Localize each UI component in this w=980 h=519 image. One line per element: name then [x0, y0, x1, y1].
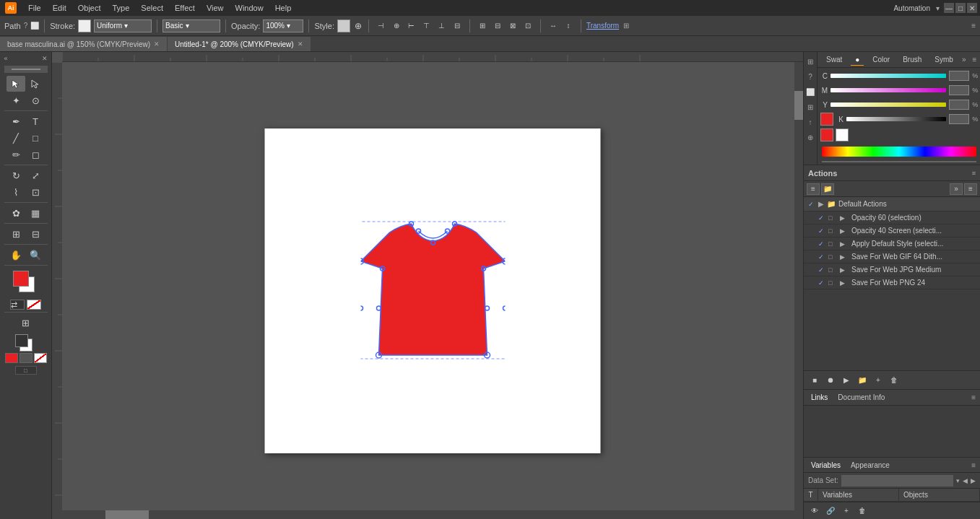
selection-tool[interactable] — [6, 76, 25, 92]
slice-tool[interactable]: ⊟ — [26, 226, 45, 242]
y-value[interactable] — [949, 100, 969, 110]
magic-wand-tool[interactable]: ✦ — [6, 92, 25, 108]
dist-a-icon[interactable]: ⊠ — [506, 19, 520, 32]
panel-expand-icon[interactable]: » — [962, 56, 966, 64]
vscroll-thumb[interactable] — [794, 91, 803, 120]
zoom-tool[interactable]: 🔍 — [26, 247, 45, 263]
tab-close-1[interactable]: ✕ — [154, 40, 160, 48]
dataset-input[interactable] — [841, 475, 953, 487]
artboard-tool[interactable]: ⊞ — [6, 226, 25, 242]
menu-file[interactable]: File — [23, 2, 46, 14]
screen-mode-btn[interactable]: □ — [15, 366, 37, 375]
c-value[interactable] — [949, 71, 969, 81]
foreground-color-swatch[interactable] — [13, 271, 29, 287]
action-item-1[interactable]: ✓ □ ▶ Opacity 60 (selection) — [804, 211, 980, 224]
tab-links[interactable]: Links — [808, 392, 831, 403]
color-gradient-bar[interactable] — [822, 147, 976, 157]
fill-swatch-small[interactable] — [5, 353, 18, 363]
menu-type[interactable]: Type — [108, 2, 135, 14]
action-item-3[interactable]: ✓ □ ▶ Apply Default Style (selecti... — [804, 237, 980, 250]
align-center-v-icon[interactable]: ⊥ — [435, 19, 449, 32]
toolbar-options[interactable]: ≡ — [971, 22, 976, 30]
rotate-tool[interactable]: ↻ — [6, 167, 25, 183]
action-item-4[interactable]: ✓ □ ▶ Save For Web GIF 64 Dith... — [804, 250, 980, 263]
c-slider[interactable] — [831, 74, 946, 78]
m-slider[interactable] — [831, 88, 946, 92]
tab-close-2[interactable]: ✕ — [298, 40, 303, 48]
free-transform-tool[interactable]: ⊡ — [26, 184, 45, 200]
actions-menu-icon[interactable]: ≡ — [972, 170, 976, 177]
opacity-dropdown[interactable]: 100%▾ — [263, 19, 303, 32]
swatch-white[interactable] — [836, 128, 849, 141]
dist-h-icon[interactable]: ⊞ — [475, 19, 490, 32]
lasso-tool[interactable]: ⊙ — [26, 92, 45, 108]
var-link-btn[interactable]: 🔗 — [824, 505, 837, 517]
act-folder-icon[interactable]: 📁 — [821, 183, 834, 195]
type-tool[interactable]: T — [26, 113, 45, 129]
next-dataset[interactable]: ▶ — [971, 477, 976, 484]
none-swatch-small[interactable] — [34, 353, 47, 363]
play-6[interactable]: ▶ — [840, 279, 849, 287]
flip-h-icon[interactable]: ↔ — [546, 19, 560, 32]
act-menu-btn[interactable]: ≡ — [964, 183, 977, 195]
act-expand-all[interactable]: ≡ — [807, 183, 820, 195]
pen-tool[interactable]: ✒ — [6, 113, 25, 129]
m-value[interactable] — [949, 85, 969, 95]
stroke-type-dropdown[interactable]: Uniform▾ — [94, 19, 152, 32]
menu-edit[interactable]: Edit — [48, 2, 71, 14]
swatch-red[interactable] — [820, 128, 833, 141]
bottom-panel-menu[interactable]: ≡ — [971, 393, 976, 401]
tab-brush[interactable]: Brush — [898, 54, 926, 65]
act-new-action-btn[interactable]: + — [872, 375, 885, 386]
transform-options-icon[interactable]: ⊞ — [623, 22, 629, 30]
path-info-icon[interactable]: ? — [24, 22, 28, 30]
hscroll-thumb[interactable] — [105, 510, 149, 519]
action-item-6[interactable]: ✓ □ ▶ Save For Web PNG 24 — [804, 276, 980, 289]
dataset-dropdown[interactable]: ▾ — [956, 477, 960, 484]
tab-color-2[interactable]: Color — [868, 54, 894, 65]
tab-untitled[interactable]: Untitled-1* @ 200% (CMYK/Preview) ✕ — [168, 37, 311, 51]
tab-base-masculina[interactable]: base masculina.ai @ 150% (CMYK/Preview) … — [0, 37, 168, 51]
prev-dataset[interactable]: ◀ — [963, 477, 968, 484]
menu-help[interactable]: Help — [270, 2, 297, 14]
vscrollbar[interactable] — [794, 62, 803, 519]
act-record-btn[interactable]: ⏺ — [824, 375, 837, 386]
dist-b-icon[interactable]: ⊡ — [521, 19, 535, 32]
group-expand-icon[interactable]: ▶ — [818, 200, 824, 208]
act-expand-btn[interactable]: » — [950, 183, 963, 195]
window-close[interactable]: ✕ — [967, 3, 977, 13]
rectangle-tool[interactable]: □ — [26, 130, 45, 146]
window-minimize[interactable]: — — [944, 3, 954, 13]
align-center-h-icon[interactable]: ⊕ — [389, 19, 404, 32]
graph-tool[interactable]: ▦ — [26, 205, 45, 221]
action-item-2[interactable]: ✓ □ ▶ Opacity 40 Screen (selecti... — [804, 224, 980, 237]
tab-symb[interactable]: Symb — [930, 54, 958, 65]
fg-color-preview[interactable] — [820, 113, 833, 126]
close-toolbar-icon[interactable]: ✕ — [42, 55, 48, 62]
window-maximize[interactable]: □ — [955, 3, 966, 13]
align-right-icon[interactable]: ⊢ — [404, 19, 419, 32]
align-top-icon[interactable]: ⊤ — [420, 19, 434, 32]
k-value[interactable] — [949, 114, 969, 124]
play-2[interactable]: ▶ — [840, 227, 849, 235]
menu-object[interactable]: Object — [73, 2, 106, 14]
direct-selection-tool[interactable] — [26, 76, 45, 92]
warp-tool[interactable]: ⌇ — [6, 184, 25, 200]
transform-link[interactable]: Transform — [586, 22, 619, 30]
style-color-field[interactable] — [337, 19, 350, 32]
panel-icon-1[interactable]: ⊞ — [804, 55, 817, 68]
stroke-weight-dropdown[interactable]: Basic▾ — [162, 19, 220, 32]
act-new-set-btn[interactable]: 📁 — [856, 375, 869, 386]
menu-select[interactable]: Select — [136, 2, 168, 14]
fg-color-mini[interactable] — [15, 334, 28, 347]
workspace-arrow[interactable]: ▾ — [936, 4, 940, 12]
align-bottom-icon[interactable]: ⊟ — [450, 19, 464, 32]
k-slider[interactable] — [846, 117, 946, 121]
swap-colors-icon[interactable]: ⇄ — [10, 300, 25, 310]
y-slider[interactable] — [831, 103, 946, 107]
panel-icon-6[interactable]: ⊕ — [804, 131, 817, 144]
panel-menu-icon[interactable]: ≡ — [972, 56, 976, 64]
flip-v-icon[interactable]: ↕ — [561, 19, 576, 32]
var-new-btn[interactable]: + — [840, 505, 853, 517]
style-globe-icon[interactable]: ⊕ — [355, 21, 362, 31]
